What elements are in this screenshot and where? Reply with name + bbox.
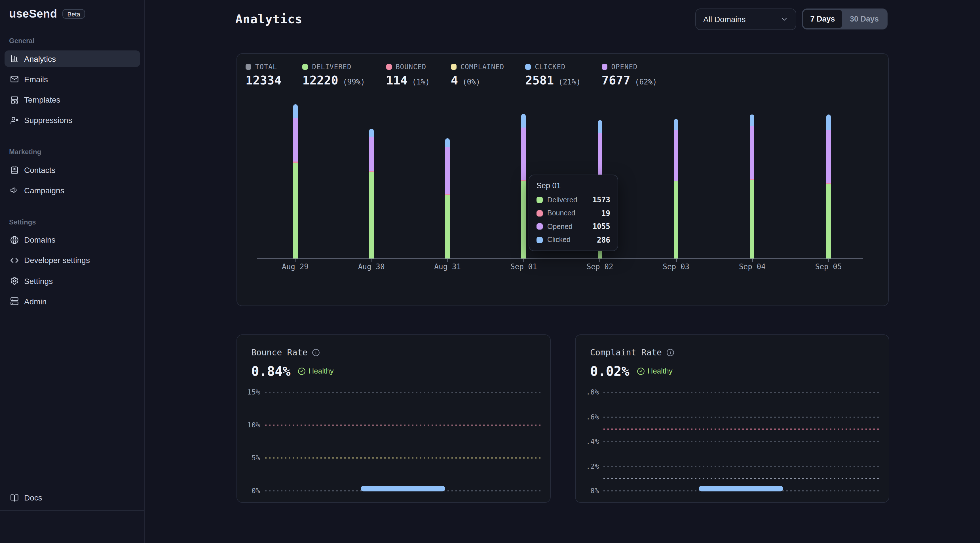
bar-sep-01[interactable] [522,114,526,259]
status-badge: Healthy [298,367,334,375]
domain-filter-value: All Domains [703,15,746,24]
info-icon[interactable] [667,348,674,356]
chevron-down-icon [780,15,788,23]
mail-icon [10,75,18,84]
chart-tooltip: Sep 01 Delivered1573Bounced19Opened1055C… [528,175,618,251]
x-axis-label: Sep 01 [504,262,544,271]
stat-delivered: DELIVERED12220(99%) [302,63,365,87]
sidebar-item-contacts[interactable]: Contacts [4,162,140,178]
gridline [603,466,881,467]
user-x-icon [10,116,18,125]
stat-dot [451,64,457,70]
beta-badge: Beta [62,9,85,19]
y-tick-label: 0% [576,486,599,495]
range-option-30-days[interactable]: 30 Days [842,10,886,29]
sidebar-item-emails[interactable]: Emails [4,71,140,87]
app-window: useSend Beta GeneralAnalyticsEmailsTempl… [0,0,980,543]
tooltip-row-opened: Opened1055 [536,222,610,231]
stat-dot [245,64,251,70]
book-open-icon [10,494,18,502]
y-tick-label: 5% [237,453,260,462]
sidebar-item-templates[interactable]: Templates [4,92,140,108]
sidebar-item-settings[interactable]: Settings [4,273,140,289]
sidebar: useSend Beta GeneralAnalyticsEmailsTempl… [0,0,145,543]
x-axis-label: Sep 03 [656,262,696,271]
y-tick-label: 10% [237,421,260,429]
gear-icon [10,276,18,285]
gridline [264,424,542,426]
y-tick-label: 15% [237,388,260,396]
email-volume-card: TOTAL12334DELIVERED12220(99%)BOUNCED114(… [236,53,889,306]
tooltip-row-delivered: Delivered1573 [536,195,610,204]
stat-opened: OPENED7677(62%) [602,63,657,87]
stat-dot [525,64,531,70]
gridline [264,392,542,393]
server-icon [10,297,18,306]
y-tick-label: 0% [237,486,260,495]
y-tick-label: .4% [576,437,599,446]
x-axis-label: Aug 31 [428,262,467,271]
check-circle-icon [637,367,645,375]
sidebar-item-suppressions[interactable]: Suppressions [4,112,140,129]
bounce-rate-title: Bounce Rate [251,347,320,357]
x-tick [752,259,752,262]
x-axis-label: Sep 05 [809,262,848,271]
globe-icon [10,235,18,244]
y-tick-label: .2% [576,462,599,470]
section-label-settings: Settings [9,218,36,226]
x-tick [447,259,448,262]
gridline [603,416,881,418]
sidebar-item-developer-settings[interactable]: Developer settings [4,252,140,269]
app-logo: useSend [9,7,57,21]
sidebar-item-domains[interactable]: Domains [4,232,140,248]
section-label-general: General [9,37,34,45]
status-badge: Healthy [637,367,673,375]
stat-bounced: BOUNCED114(1%) [386,63,430,87]
x-axis-label: Aug 30 [352,262,391,271]
range-option-7-days[interactable]: 7 Days [803,10,842,29]
y-tick-label: .6% [576,412,599,421]
tooltip-row-clicked: Clicked286 [536,235,610,244]
layout-template-icon [10,95,18,104]
stat-dot [602,64,608,70]
bar-sep-05[interactable] [826,115,831,259]
bounce-rate-card: Bounce Rate 0.84% Healthy 15%10%5%0% [236,334,551,503]
x-tick [295,259,296,262]
sidebar-item-admin[interactable]: Admin [4,293,140,310]
date-range-toggle: 7 Days30 Days [802,8,888,30]
x-tick [600,259,600,262]
gridline [264,457,542,459]
gridline [603,441,881,442]
rate-line-segment [698,486,783,491]
domain-filter-select[interactable]: All Domains [695,8,796,30]
x-tick [523,259,524,262]
code-icon [10,256,18,265]
bounce-rate-value: 0.84% [251,364,291,378]
stat-dot [386,64,391,70]
bar-sep-04[interactable] [750,115,754,259]
stat-dot [302,64,308,70]
bar-aug-30[interactable] [369,129,374,259]
sidebar-item-analytics[interactable]: Analytics [4,51,140,67]
page-title: Analytics [235,13,302,26]
sidebar-item-campaigns[interactable]: Campaigns [4,182,140,198]
summary-stats: TOTAL12334DELIVERED12220(99%)BOUNCED114(… [245,63,657,87]
tooltip-row-bounced: Bounced19 [536,209,610,218]
check-circle-icon [298,367,306,375]
bar-aug-31[interactable] [445,138,450,259]
user-profile[interactable]: KM Koushik hey@koushik.dev [0,510,144,543]
stat-total: TOTAL12334 [245,63,281,87]
sidebar-item-docs[interactable]: Docs [4,489,140,506]
gridline [603,392,881,393]
info-icon[interactable] [312,348,320,356]
stat-clicked: CLICKED2581(21%) [525,63,581,87]
tooltip-date: Sep 01 [536,181,610,190]
complaint-rate-title: Complaint Rate [590,347,674,357]
bar-sep-03[interactable] [674,119,678,259]
brand[interactable]: useSend Beta [9,7,85,21]
complaint-rate-card: Complaint Rate 0.02% Healthy .8%.6%.4%.2… [575,334,889,503]
stat-complained: COMPLAINED4(0%) [451,63,504,87]
bar-aug-29[interactable] [293,104,298,259]
x-axis-label: Sep 04 [732,262,772,271]
section-label-marketing: Marketing [9,148,41,156]
